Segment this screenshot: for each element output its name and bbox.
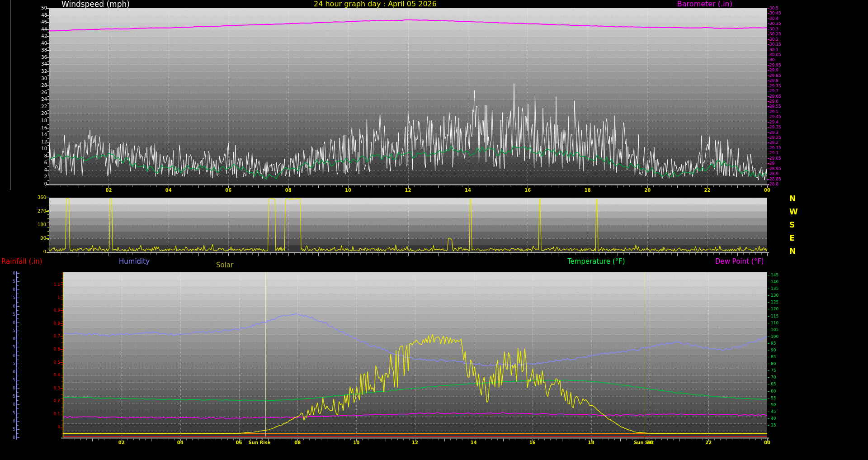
temperature-label: Temperature (°F) (567, 258, 625, 265)
rainfall-label: Rainfall (.in) (1, 258, 42, 265)
weather-graphs-canvas (0, 0, 868, 460)
humidity-label: Humidity (119, 258, 150, 265)
dew-point-label: Dew Point (°F) (715, 258, 764, 265)
solar-label: Solar (216, 262, 233, 269)
weather-graph-page: Windspeed (mph) 24 hour graph day : Apri… (0, 0, 868, 460)
barometer-title: Barometer (.in) (677, 0, 732, 8)
graph-date-title: 24 hour graph day : April 05 2026 (312, 0, 439, 8)
sun-set-label: Sun Set (634, 441, 654, 445)
sun-rise-label: Sun Rise (249, 441, 271, 445)
windspeed-title: Windspeed (mph) (61, 0, 130, 8)
